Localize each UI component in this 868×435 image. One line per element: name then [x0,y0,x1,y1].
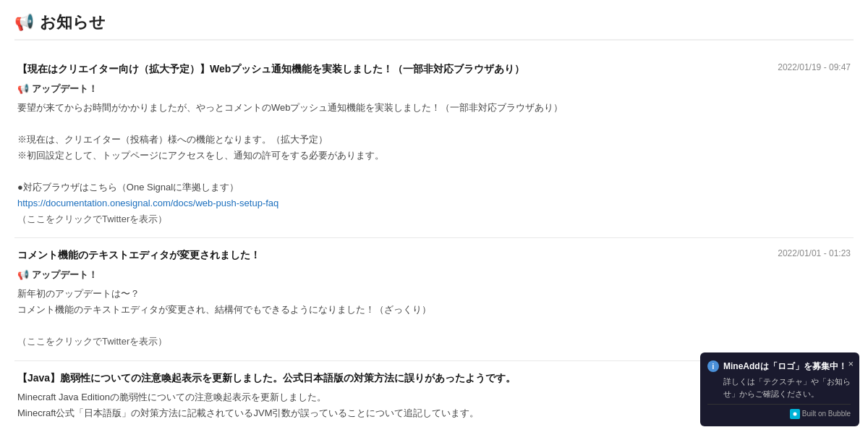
speaker-icon: 📢 [17,81,29,97]
bubble-logo-icon [790,409,800,419]
notice-1-title: 【現在はクリエイター向け（拡大予定）】Webプッシュ通知機能を実装しました！（一… [17,62,766,77]
notice-2-header: コメント機能のテキストエディタが変更されました！ 2022/01/01 - 01… [17,248,851,263]
notice-1-body: 📢 アップデート！ 要望が来てからお時間がかかりましたが、やっとコメントのWeb… [17,81,851,228]
notice-2-body-line-2: コメント機能のテキストエディタが変更され、結構何でもできるようになりました！（ざ… [17,302,851,318]
notice-2-body-line-1: 新年初のアップデートは〜？ [17,286,851,302]
info-icon: i [707,360,719,372]
notice-item-1: 【現在はクリエイター向け（拡大予定）】Webプッシュ通知機能を実装しました！（一… [14,52,854,238]
speaker-icon-2: 📢 [17,267,29,283]
notice-2-title: コメント機能のテキストエディタが変更されました！ [17,248,766,263]
notice-1-link[interactable]: https://documentation.onesignal.com/docs… [17,198,278,208]
notice-1-date: 2022/01/19 - 09:47 [778,62,851,72]
bubble-popup-close[interactable]: × [848,357,854,371]
bubble-popup-title: MineAddは「ロゴ」を募集中！ [723,360,847,373]
notice-3-title: 【Java】脆弱性についての注意喚起表示を更新しました。公式日本語版の対策方法に… [17,371,766,386]
notice-1-body-line-4: ●対応ブラウザはこちら（One Signalに準拠します） [17,180,851,195]
bubble-popup-header: i MineAddは「ロゴ」を募集中！ [707,360,851,373]
page-title: お知らせ [40,12,106,33]
notice-item-2: コメント機能のテキストエディタが変更されました！ 2022/01/01 - 01… [14,238,854,360]
notice-1-body-line-3: ※初回設定として、トップページにアクセスをし、通知の許可をする必要があります。 [17,148,851,164]
svg-point-1 [793,412,796,415]
notice-1-body-line-1: 要望が来てからお時間がかかりましたが、やっとコメントのWebプッシュ通知機能を実… [17,100,851,116]
notice-2-update-tag: 📢 アップデート！ [17,267,851,283]
notice-1-body-line-2: ※現在は、クリエイター（投稿者）様への機能となります。（拡大予定） [17,132,851,148]
notice-1-twitter[interactable]: （ここをクリックでTwitterを表示） [17,214,167,224]
notice-2-body: 📢 アップデート！ 新年初のアップデートは〜？ コメント機能のテキストエディタが… [17,267,851,350]
bubble-popup: × i MineAddは「ロゴ」を募集中！ 詳しくは「テクスチャ」や「お知らせ」… [700,352,859,426]
bubble-popup-body: 詳しくは「テクスチャ」や「お知らせ」からご確認ください。 [707,376,851,400]
notice-1-update-label: アップデート！ [32,81,98,97]
page-header: 📢 お知らせ [14,12,854,41]
megaphone-icon: 📢 [14,13,34,32]
bubble-logo[interactable]: Built on Bubble [790,408,851,419]
bubble-footer-text: Built on Bubble [802,408,851,419]
notice-2-date: 2022/01/01 - 01:23 [778,248,851,258]
bubble-popup-footer: Built on Bubble [707,404,851,419]
notice-2-twitter[interactable]: （ここをクリックでTwitterを表示） [17,336,167,347]
notice-1-update-tag: 📢 アップデート！ [17,81,851,97]
notice-2-update-label: アップデート！ [32,267,98,283]
notice-1-header: 【現在はクリエイター向け（拡大予定）】Webプッシュ通知機能を実装しました！（一… [17,62,851,77]
